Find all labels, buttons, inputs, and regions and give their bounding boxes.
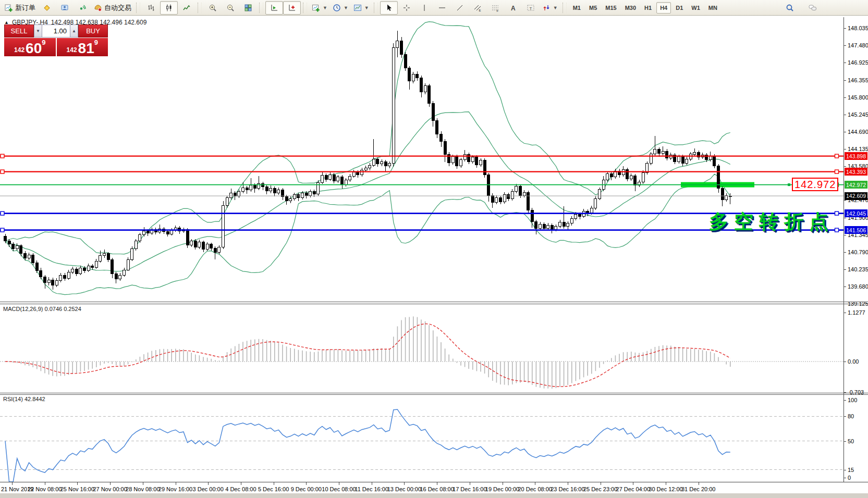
- toolbar-right-icons: [781, 1, 822, 15]
- profile-icon: [353, 4, 362, 12]
- textlabel-icon: T: [527, 4, 535, 12]
- chevron-down-icon: ▼: [553, 5, 558, 10]
- bid-price-tile[interactable]: 142 60 9: [4, 38, 56, 56]
- timeframe-m5[interactable]: M5: [585, 2, 601, 14]
- line-chart-button[interactable]: [178, 1, 195, 15]
- axis-tick: [844, 97, 846, 98]
- candles-chart-button[interactable]: [160, 1, 178, 15]
- axis-tick: [844, 166, 846, 167]
- volume-input[interactable]: 1.00: [42, 24, 70, 38]
- time-tick: [470, 482, 470, 485]
- chevron-down-icon: ▼: [323, 5, 327, 10]
- zoom-in-button[interactable]: [204, 1, 222, 15]
- autoscroll-icon: [270, 4, 278, 12]
- search-button[interactable]: [781, 1, 799, 15]
- horizontal-line-button[interactable]: [433, 1, 451, 15]
- crosshair-button[interactable]: [398, 1, 415, 15]
- metaeditor-button[interactable]: [38, 1, 56, 15]
- toolbar-separator: [563, 3, 567, 13]
- one-click-trading-panel: SELL ▼ 1.00 ▲ BUY 142 60 9 142 81 9: [4, 24, 108, 56]
- axis-tick: [844, 80, 846, 81]
- chart-canvas[interactable]: [0, 17, 843, 482]
- axis-tick: [844, 362, 846, 362]
- time-axis[interactable]: 21 Nov 201922 Nov 08:0025 Nov 16:0027 No…: [0, 482, 868, 494]
- templates-button[interactable]: ▼: [351, 1, 372, 15]
- candles-icon: [165, 4, 173, 12]
- time-tick: [241, 482, 241, 485]
- new-chart-button[interactable]: ▼: [309, 1, 330, 15]
- axis-tick: [844, 28, 846, 29]
- turning-point-annotation[interactable]: 多空转折点: [709, 209, 834, 235]
- time-tick: [601, 482, 601, 485]
- ask-price-t ile[interactable]: 142 81 9: [57, 38, 108, 56]
- timeframe-m15[interactable]: M15: [602, 2, 620, 14]
- vertical-line-button[interactable]: [415, 1, 433, 15]
- tile-windows-button[interactable]: [239, 1, 257, 15]
- timeframe-m30[interactable]: M30: [621, 2, 640, 14]
- hline-icon: [438, 4, 446, 12]
- periods-button[interactable]: ▼: [330, 1, 351, 15]
- autotrading-hat-icon: [94, 4, 102, 12]
- timeframe-h1[interactable]: H1: [641, 2, 655, 14]
- ask-pipette: 9: [94, 39, 98, 46]
- diamond-icon: [43, 4, 51, 12]
- volume-up-button[interactable]: ▲: [70, 24, 78, 38]
- time-tick: [666, 482, 666, 485]
- toolbar-separator: [259, 3, 263, 13]
- line-chart-icon: [182, 4, 191, 12]
- toolbar-separator: [303, 3, 307, 13]
- fibonacci-button[interactable]: F: [486, 1, 504, 15]
- new-order-button[interactable]: 新订单: [2, 1, 38, 15]
- rsi-axis-label: 15: [848, 467, 854, 473]
- macd-axis-label: 0.00: [848, 358, 859, 365]
- timeframe-h4[interactable]: H4: [656, 2, 671, 14]
- time-axis-label: 10 Dec 08:00: [322, 486, 356, 492]
- signals-button[interactable]: [74, 1, 91, 15]
- trendline-button[interactable]: [451, 1, 469, 15]
- buy-button[interactable]: BUY: [78, 24, 108, 38]
- time-tick: [45, 482, 45, 485]
- price-axis[interactable]: 148.035147.480146.925146.355145.800145.2…: [843, 17, 868, 482]
- autotrading-button[interactable]: 自动交易: [91, 1, 134, 15]
- time-axis-label: 25 Nov 16:00: [60, 486, 94, 492]
- auto-scroll-button[interactable]: [265, 1, 283, 15]
- svg-text:E: E: [479, 9, 481, 12]
- axis-tick: [844, 132, 846, 132]
- axis-tick: [844, 400, 846, 401]
- bars-chart-button[interactable]: [142, 1, 160, 15]
- ask-prefix: 142: [67, 46, 77, 54]
- text-label-button[interactable]: T: [522, 1, 540, 15]
- timeframe-d1[interactable]: D1: [672, 2, 687, 14]
- time-axis-label: 27 Nov 00:00: [93, 486, 127, 492]
- channel-button[interactable]: E: [469, 1, 486, 15]
- axis-tick: [844, 287, 846, 287]
- axis-tick: [844, 313, 846, 313]
- tiles-icon: [244, 4, 252, 12]
- arrows-button[interactable]: ▼: [540, 1, 560, 15]
- chat-button[interactable]: [804, 1, 822, 15]
- timeframe-m1[interactable]: M1: [569, 2, 584, 14]
- time-tick: [208, 482, 209, 485]
- sell-button[interactable]: SELL: [4, 24, 34, 38]
- time-tick: [12, 482, 13, 485]
- rsi-separator[interactable]: [0, 393, 868, 393]
- timeframe-mn[interactable]: MN: [705, 2, 721, 14]
- axis-tick: [844, 470, 846, 470]
- time-tick: [503, 482, 503, 485]
- zoom-out-button[interactable]: [222, 1, 239, 15]
- search-icon: [786, 4, 794, 12]
- time-tick: [535, 482, 535, 485]
- chart-shift-button[interactable]: [283, 1, 301, 15]
- cursor-button[interactable]: [380, 1, 398, 15]
- time-axis-label: 20 Dec 08:00: [518, 486, 552, 492]
- time-tick: [568, 482, 568, 485]
- macd-separator[interactable]: [0, 302, 868, 302]
- chat-icon: [809, 4, 817, 12]
- time-tick: [633, 482, 633, 485]
- time-axis-label: 19 Dec 00:00: [485, 486, 519, 492]
- terminal-button[interactable]: [56, 1, 74, 15]
- text-button[interactable]: A: [504, 1, 522, 15]
- volume-down-button[interactable]: ▼: [34, 24, 42, 38]
- price-level-callout[interactable]: 142.972: [792, 178, 838, 191]
- timeframe-w1[interactable]: W1: [688, 2, 704, 14]
